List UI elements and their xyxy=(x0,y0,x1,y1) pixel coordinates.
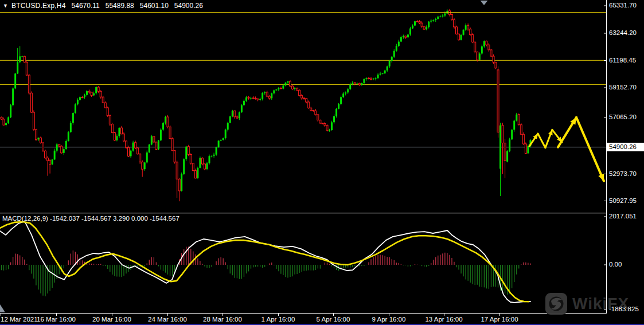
candle-body-bear xyxy=(128,147,130,156)
candle-body-bear xyxy=(45,151,46,158)
candle-body-bull xyxy=(393,51,395,57)
candle-body-bull xyxy=(511,130,513,139)
macd-axis-label: -1883.825 xyxy=(609,306,639,313)
candle-body-bull xyxy=(5,123,7,125)
price-axis-label: 59152.70 xyxy=(609,84,637,91)
candle-body-bull xyxy=(403,36,404,37)
candle-body-bull xyxy=(225,130,227,138)
current-price-value: 54900.26 xyxy=(609,143,637,150)
candle-body-bear xyxy=(520,125,522,135)
candle-body-bull xyxy=(227,123,229,130)
candle-body-bear xyxy=(97,87,99,91)
candle-body-bull xyxy=(52,159,53,164)
candle-body-bear xyxy=(306,99,307,102)
chart-window: ▼ BTCUSD.Exp,H4 54670.11 55489.88 54601.… xyxy=(0,0,644,325)
candle-body-bear xyxy=(26,62,28,76)
candle-body-bull xyxy=(259,99,261,100)
chart-canvas[interactable] xyxy=(0,0,644,325)
candle-body-bear xyxy=(493,56,494,62)
candle-body-bear xyxy=(313,110,314,111)
candle-body-bull xyxy=(509,139,510,151)
candle-body-bear xyxy=(188,147,189,155)
candle-body-bull xyxy=(329,130,330,131)
candle-body-bull xyxy=(527,146,529,153)
candle-body-bear xyxy=(204,164,205,169)
candle-body-bull xyxy=(352,83,353,84)
candle-body-bear xyxy=(61,146,63,153)
candle-body-bear xyxy=(525,144,526,153)
candle-body-bear xyxy=(194,171,196,178)
price-axis-label: 63244.20 xyxy=(609,30,637,37)
candle-body-bull xyxy=(460,35,462,40)
candle-body-bull xyxy=(146,152,148,162)
candle-body-bear xyxy=(109,116,111,124)
candle-body-bear xyxy=(24,56,25,62)
wikifx-logo-icon xyxy=(545,293,567,315)
candle-body-bull xyxy=(93,93,95,96)
candle-body-bull xyxy=(437,17,439,19)
candle-body-bear xyxy=(266,92,268,96)
candle-body-bear xyxy=(35,130,37,139)
symbol-label: BTCUSD.Exp,H4 xyxy=(11,2,66,10)
candle-body-bear xyxy=(467,25,469,29)
candle-body-bull xyxy=(389,61,391,66)
ohlc-open: 54670.11 xyxy=(72,2,100,10)
candle-body-bull xyxy=(75,104,76,113)
candle-body-bull xyxy=(430,21,432,22)
corner-marker xyxy=(0,304,5,312)
candle-body-bull xyxy=(213,155,215,156)
candle-body-bull xyxy=(261,93,263,99)
candle-body-bear xyxy=(137,148,139,154)
candle-body-bull xyxy=(65,141,67,149)
candle-body-bear xyxy=(488,45,490,50)
title-underline xyxy=(0,12,606,13)
candle-body-bull xyxy=(282,85,284,89)
candle-body-bull xyxy=(232,111,233,116)
candle-body-bull xyxy=(14,73,16,88)
candle-body-bull xyxy=(516,115,517,121)
candle-body-bull xyxy=(72,113,74,123)
candle-body-bear xyxy=(102,97,104,103)
candle-body-bear xyxy=(169,127,171,138)
candle-body-bull xyxy=(165,117,166,123)
projection-arrow xyxy=(576,118,604,181)
candle-body-bull xyxy=(199,158,201,168)
candle-body-bull xyxy=(158,140,159,149)
candle-body-bull xyxy=(218,140,220,147)
candle-body-bear xyxy=(257,99,259,100)
candle-body-bear xyxy=(88,91,90,92)
candle-body-bear xyxy=(30,93,32,112)
candle-body-bear xyxy=(370,79,372,79)
candle-body-bear xyxy=(453,19,455,26)
symbol-dropdown-icon[interactable]: ▼ xyxy=(3,3,8,9)
candle-body-bear xyxy=(405,36,407,37)
candle-body-bear xyxy=(416,21,418,22)
candle-body-bull xyxy=(387,66,388,71)
panel-separator-shadow xyxy=(0,213,606,214)
candle-body-bear xyxy=(178,179,180,191)
price-axis-label: 61198.45 xyxy=(609,57,636,64)
candle-body-bull xyxy=(361,83,362,85)
time-axis-label: 28 Mar 16:00 xyxy=(203,316,242,323)
time-axis-label: 16 Mar 16:00 xyxy=(37,316,76,323)
candle-body-bear xyxy=(456,27,458,34)
candle-body-bull xyxy=(209,156,210,163)
candle-body-bull xyxy=(373,79,374,79)
candle-body-bear xyxy=(280,88,282,89)
candle-body-bull xyxy=(86,91,88,95)
candle-body-bear xyxy=(354,83,356,84)
candle-body-bull xyxy=(426,27,427,29)
candle-body-bull xyxy=(363,79,365,83)
candle-body-bull xyxy=(116,136,118,140)
candle-body-bear xyxy=(104,103,106,108)
candle-body-bear xyxy=(326,125,328,130)
candle-body-bull xyxy=(37,138,39,139)
candle-body-bear xyxy=(107,108,108,116)
candle-body-bull xyxy=(340,97,342,104)
candle-body-bear xyxy=(419,22,420,23)
candle-body-bear xyxy=(522,134,524,144)
candle-body-bull xyxy=(377,75,379,78)
title-bar: ▼ BTCUSD.Exp,H4 54670.11 55489.88 54601.… xyxy=(0,0,606,11)
candle-body-bear xyxy=(296,88,298,90)
candle-body-bear xyxy=(248,97,249,98)
